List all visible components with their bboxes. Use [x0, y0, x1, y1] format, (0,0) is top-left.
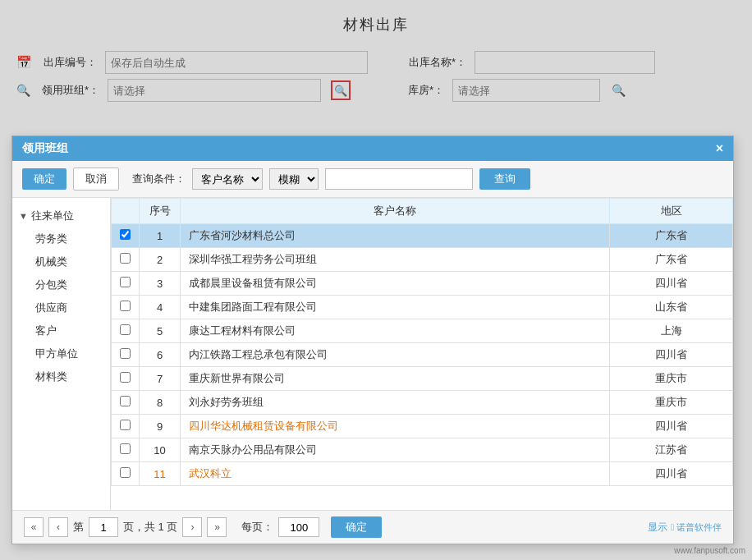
tree-item-5[interactable]: 甲方单位	[29, 342, 110, 365]
table-row[interactable]: 5康达工程材料有限公司上海	[112, 319, 733, 343]
row-name: 重庆新世界有限公司	[181, 367, 610, 391]
row-checkbox-cell	[112, 319, 140, 343]
modal-footer: « ‹ 第 页，共 1 页 › » 每页： 确定 显示  诺普软件伴	[12, 510, 733, 544]
row-checkbox[interactable]	[120, 372, 131, 383]
row-seq: 5	[140, 319, 181, 343]
col-region: 地区	[610, 199, 733, 224]
table-row[interactable]: 6内江铁路工程总承包有限公司四川省	[112, 343, 733, 367]
query-button[interactable]: 查询	[479, 168, 530, 190]
row-region: 四川省	[610, 462, 733, 486]
row-name: 刘永好劳务班组	[181, 391, 610, 415]
col-checkbox	[112, 199, 140, 224]
row-checkbox-cell	[112, 415, 140, 438]
tree-item-0[interactable]: 劳务类	[29, 227, 110, 250]
row-seq: 3	[140, 272, 181, 296]
row-name: 成都晨里设备租赁有限公司	[181, 272, 610, 296]
row-checkbox[interactable]	[120, 301, 131, 311]
table-panel: 序号 客户名称 地区 1广东省河沙材料总公司广东省2深圳华强工程劳务公司班组广东…	[111, 198, 733, 510]
page-background: 材料出库 📅 出库编号： 出库名称*： 🔍 领用班组*： 🔍 库房*： 🔍 领用…	[0, 0, 752, 560]
modal-header: 领用班组 ×	[12, 136, 733, 161]
per-page-label: 每页：	[241, 520, 273, 535]
row-name: 四川华达机械租赁设备有限公司	[181, 415, 610, 438]
table-row[interactable]: 11武汉科立四川省	[112, 462, 733, 486]
query-input[interactable]	[325, 168, 473, 190]
row-seq: 2	[140, 248, 181, 272]
row-checkbox[interactable]	[120, 467, 131, 478]
row-region: 四川省	[610, 415, 733, 438]
tree-root-item[interactable]: ▼ 往来单位	[12, 204, 110, 227]
row-name: 南京天脉办公用品有限公司	[181, 438, 610, 462]
row-seq: 8	[140, 391, 181, 415]
row-checkbox-cell	[112, 343, 140, 367]
pag-prefix: 第	[73, 520, 84, 535]
pag-next-button[interactable]: ›	[182, 517, 202, 537]
row-checkbox[interactable]	[120, 277, 131, 287]
data-table: 序号 客户名称 地区 1广东省河沙材料总公司广东省2深圳华强工程劳务公司班组广东…	[111, 198, 733, 486]
tree-item-3[interactable]: 供应商	[29, 296, 110, 319]
table-row[interactable]: 9四川华达机械租赁设备有限公司四川省	[112, 415, 733, 438]
row-checkbox-cell	[112, 367, 140, 391]
modal-title: 领用班组	[22, 141, 68, 156]
row-checkbox[interactable]	[120, 324, 131, 335]
row-region: 四川省	[610, 272, 733, 296]
table-row[interactable]: 10南京天脉办公用品有限公司江苏省	[112, 438, 733, 462]
row-checkbox[interactable]	[120, 443, 131, 454]
table-row[interactable]: 4中建集团路面工程有限公司山东省	[112, 296, 733, 319]
modal-dialog: 领用班组 × 确定 取消 查询条件： 客户名称 编号 拼音 模糊 精确 查询	[11, 135, 734, 544]
query-condition-label: 查询条件：	[132, 172, 186, 186]
row-checkbox-cell	[112, 272, 140, 296]
footer-confirm-button[interactable]: 确定	[331, 516, 382, 538]
row-region: 广东省	[610, 224, 733, 248]
tree-item-4[interactable]: 客户	[29, 319, 110, 342]
row-name: 武汉科立	[181, 462, 610, 486]
modal-close-button[interactable]: ×	[716, 141, 723, 156]
brand-logo:  诺普软件伴	[671, 521, 722, 534]
tree-item-1[interactable]: 机械类	[29, 250, 110, 273]
tree-arrow-icon: ▼	[19, 211, 28, 221]
row-region: 重庆市	[610, 391, 733, 415]
fuzzy-select[interactable]: 模糊 精确	[269, 168, 319, 190]
col-seq: 序号	[140, 199, 181, 224]
tree-item-6[interactable]: 材料类	[29, 365, 110, 388]
tree-item-2[interactable]: 分包类	[29, 273, 110, 296]
row-checkbox-cell	[112, 296, 140, 319]
table-row[interactable]: 8刘永好劳务班组重庆市	[112, 391, 733, 415]
display-area: 显示  诺普软件伴	[648, 521, 722, 535]
table-row[interactable]: 7重庆新世界有限公司重庆市	[112, 367, 733, 391]
row-seq: 4	[140, 296, 181, 319]
tree-root-label: 往来单位	[31, 209, 74, 223]
table-row[interactable]: 1广东省河沙材料总公司广东省	[112, 224, 733, 248]
row-region: 山东省	[610, 296, 733, 319]
pag-page-input[interactable]	[89, 517, 118, 537]
row-seq: 1	[140, 224, 181, 248]
row-region: 四川省	[610, 343, 733, 367]
row-checkbox-cell	[112, 391, 140, 415]
tree-panel: ▼ 往来单位 劳务类 机械类 分包类 供应商 客户 甲方单位 材料类	[12, 198, 111, 510]
display-label: 显示	[648, 521, 667, 535]
row-name: 深圳华强工程劳务公司班组	[181, 248, 610, 272]
modal-body: ▼ 往来单位 劳务类 机械类 分包类 供应商 客户 甲方单位 材料类	[12, 198, 733, 510]
row-checkbox[interactable]	[120, 348, 131, 359]
row-checkbox-cell	[112, 438, 140, 462]
row-checkbox[interactable]	[120, 229, 131, 240]
table-row[interactable]: 2深圳华强工程劳务公司班组广东省	[112, 248, 733, 272]
table-body: 1广东省河沙材料总公司广东省2深圳华强工程劳务公司班组广东省3成都晨里设备租赁有…	[112, 224, 733, 486]
table-row[interactable]: 3成都晨里设备租赁有限公司四川省	[112, 272, 733, 296]
toolbar-cancel-button[interactable]: 取消	[73, 168, 119, 190]
row-seq: 6	[140, 343, 181, 367]
toolbar-confirm-button[interactable]: 确定	[22, 168, 66, 190]
pag-last-button[interactable]: »	[207, 517, 227, 537]
row-name: 内江铁路工程总承包有限公司	[181, 343, 610, 367]
pag-first-button[interactable]: «	[24, 517, 44, 537]
row-checkbox[interactable]	[120, 253, 131, 264]
query-condition-select[interactable]: 客户名称 编号 拼音	[192, 168, 263, 190]
col-name: 客户名称	[181, 199, 610, 224]
row-seq: 7	[140, 367, 181, 391]
pag-prev-button[interactable]: ‹	[48, 517, 68, 537]
row-seq: 10	[140, 438, 181, 462]
row-name: 康达工程材料有限公司	[181, 319, 610, 343]
row-checkbox[interactable]	[120, 420, 131, 430]
per-page-input[interactable]	[278, 517, 319, 537]
row-checkbox[interactable]	[120, 396, 131, 406]
modal-toolbar: 确定 取消 查询条件： 客户名称 编号 拼音 模糊 精确 查询	[12, 161, 733, 198]
